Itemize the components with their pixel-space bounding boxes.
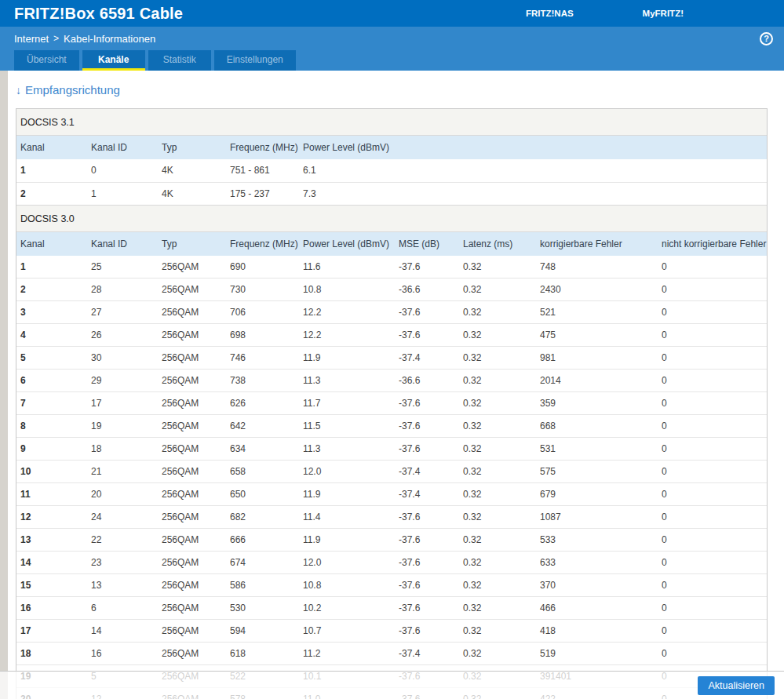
refresh-button[interactable]: Aktualisieren — [698, 676, 775, 695]
table-cell: 256QAM — [158, 438, 226, 461]
table-cell: -37.6 — [395, 438, 459, 461]
table-cell: 642 — [226, 415, 299, 438]
table-cell: 690 — [226, 256, 299, 279]
table-cell: 12.2 — [299, 324, 395, 347]
table-cell: 17 — [87, 392, 158, 415]
table-cell: 10.8 — [299, 279, 395, 301]
table-cell: 256QAM — [158, 279, 226, 301]
empfangsrichtung-toggle[interactable]: ↓Empfangsrichtung — [16, 83, 120, 96]
table-cell: 12.0 — [299, 552, 395, 574]
table-cell: 0 — [658, 392, 767, 415]
column-header: Frequenz (MHz) — [226, 136, 299, 159]
table-cell: 4 — [16, 324, 87, 347]
table-cell: 0 — [658, 370, 767, 392]
table-cell: 256QAM — [158, 574, 226, 597]
table-cell: 1 — [16, 159, 87, 182]
table-cell: 11.9 — [299, 347, 395, 370]
table-cell: 0 — [658, 256, 767, 279]
table-cell: 0 — [658, 529, 767, 552]
table-cell: 11.9 — [299, 529, 395, 552]
table-cell: 14 — [16, 552, 87, 574]
table-cell: 175 - 237 — [226, 182, 299, 205]
table-row: 327256QAM70612.2-37.60.325210 — [16, 301, 767, 324]
table-cell: 16 — [87, 643, 158, 665]
table-cell: 0 — [658, 620, 767, 643]
table-cell: 0 — [658, 347, 767, 370]
table-cell: 256QAM — [158, 324, 226, 347]
table-cell: 256QAM — [158, 552, 226, 574]
docsis30-header-row: KanalKanal IDTypFrequenz (MHz)Power Leve… — [16, 232, 767, 256]
tab-einstellungen[interactable]: Einstellungen — [214, 50, 296, 71]
help-icon[interactable]: ? — [760, 32, 773, 46]
breadcrumb-page: Kabel-Informationen — [64, 33, 155, 45]
table-cell: 466 — [536, 597, 658, 620]
table-cell: 634 — [226, 438, 299, 461]
table-row: 1021256QAM65812.0-37.40.325750 — [16, 461, 767, 483]
table-cell: 575 — [536, 461, 658, 483]
breadcrumb: Internet > Kabel-Informationen ? — [0, 27, 784, 50]
table-cell: 475 — [536, 324, 658, 347]
column-header: Typ — [158, 232, 226, 256]
breadcrumb-section[interactable]: Internet — [14, 33, 49, 45]
column-header: Latenz (ms) — [459, 232, 536, 256]
table-cell: 8 — [16, 415, 87, 438]
fritznas-link[interactable]: FRITZ!NAS — [526, 9, 574, 18]
tab-kanaele[interactable]: Kanäle — [82, 50, 145, 71]
table-row: 1816256QAM61811.2-37.40.325190 — [16, 643, 767, 665]
table-cell: 3 — [16, 301, 87, 324]
table-cell: 521 — [536, 301, 658, 324]
table-cell: 6.1 — [299, 159, 767, 182]
table-row: 1322256QAM66611.9-37.60.325330 — [16, 529, 767, 552]
table-row: 228256QAM73010.8-36.60.3224300 — [16, 279, 767, 301]
arrow-down-icon: ↓ — [16, 84, 21, 96]
table-cell: 418 — [536, 620, 658, 643]
table-cell: 0 — [658, 552, 767, 574]
table-cell: 0.32 — [459, 301, 536, 324]
table-cell: 0.32 — [459, 529, 536, 552]
table-cell: 0 — [658, 506, 767, 529]
table-cell: 18 — [16, 643, 87, 665]
table-cell: 12.0 — [299, 461, 395, 483]
table-cell: 0.32 — [459, 324, 536, 347]
table-cell: 586 — [226, 574, 299, 597]
table-cell: 30 — [87, 347, 158, 370]
table-cell: 748 — [536, 256, 658, 279]
table-cell: 658 — [226, 461, 299, 483]
column-header: Power Level (dBmV) — [299, 136, 767, 159]
table-cell: 14 — [87, 620, 158, 643]
table-cell: 618 — [226, 643, 299, 665]
table-cell: 698 — [226, 324, 299, 347]
table-cell: 11.5 — [299, 415, 395, 438]
table-cell: 674 — [226, 552, 299, 574]
table-cell: 13 — [16, 529, 87, 552]
table-cell: 13 — [87, 574, 158, 597]
table-cell: -37.6 — [395, 597, 459, 620]
table-cell: -36.6 — [395, 370, 459, 392]
table-row: 1224256QAM68211.4-37.60.3210870 — [16, 506, 767, 529]
column-header: Kanal — [16, 232, 87, 256]
table-cell: -37.6 — [395, 574, 459, 597]
table-cell: 666 — [226, 529, 299, 552]
table-cell: 256QAM — [158, 529, 226, 552]
table-cell: -37.4 — [395, 643, 459, 665]
table-cell: 0.32 — [459, 461, 536, 483]
table-cell: 2430 — [536, 279, 658, 301]
table-row: 166256QAM53010.2-37.60.324660 — [16, 597, 767, 620]
table-row: 819256QAM64211.5-37.60.326680 — [16, 415, 767, 438]
table-cell: 531 — [536, 438, 658, 461]
table-cell: 679 — [536, 483, 658, 506]
tab-uebersicht[interactable]: Übersicht — [14, 50, 79, 71]
column-header: Frequenz (MHz) — [226, 232, 299, 256]
myfritz-link[interactable]: MyFRITZ! — [643, 9, 684, 18]
table-cell: 0.32 — [459, 643, 536, 665]
breadcrumb-separator: > — [53, 33, 59, 44]
docsis31-table: KanalKanal IDTypFrequenz (MHz)Power Leve… — [16, 136, 767, 206]
docsis30-title: DOCSIS 3.0 — [16, 206, 767, 232]
table-cell: 533 — [536, 529, 658, 552]
table-cell: -37.6 — [395, 620, 459, 643]
table-cell: 519 — [536, 643, 658, 665]
tab-statistik[interactable]: Statistik — [148, 50, 211, 71]
table-cell: 0 — [658, 415, 767, 438]
table-cell: 256QAM — [158, 256, 226, 279]
table-cell: 11.2 — [299, 643, 395, 665]
